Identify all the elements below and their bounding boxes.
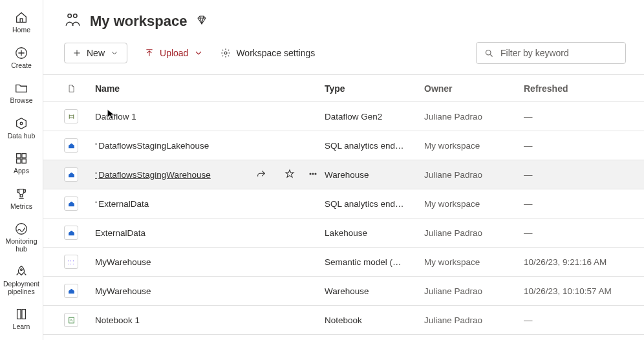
item-owner: Juliane Padrao — [424, 286, 524, 296]
table-row[interactable]: Notebook 1NotebookJuliane Padrao— — [43, 306, 644, 335]
nav-monitoring[interactable]: Monitoring hub — [1, 218, 42, 258]
monitor-icon — [14, 222, 28, 236]
nav-home[interactable]: Home — [1, 6, 42, 39]
item-type-icon — [54, 313, 89, 327]
item-type-icon — [54, 197, 89, 211]
item-type: SQL analytics end… — [325, 141, 424, 151]
item-type-icon — [54, 226, 89, 240]
table-row[interactable]: Dataflow 1Dataflow Gen2Juliane Padrao— — [43, 102, 644, 131]
item-owner: My workspace — [424, 199, 524, 209]
share-icon[interactable] — [256, 169, 266, 179]
nav-metrics[interactable]: Metrics — [1, 183, 42, 216]
chevron-down-icon — [193, 48, 204, 58]
upload-icon — [144, 48, 155, 58]
item-type: Warehouse — [325, 170, 424, 180]
plus-circle-icon — [14, 46, 28, 60]
more-icon[interactable] — [308, 169, 318, 179]
header-refreshed[interactable]: Refreshed — [524, 83, 634, 94]
upload-label: Upload — [160, 48, 188, 58]
workspace-settings-button[interactable]: Workspace settings — [220, 48, 315, 58]
item-name[interactable]: Notebook 1 — [89, 315, 244, 325]
table-row[interactable]: MyWarehouseWarehouseJuliane Padrao10/26/… — [43, 277, 644, 306]
table-row[interactable]: :::MyWarehouseSemantic model (…My worksp… — [43, 248, 644, 277]
item-type: Dataflow Gen2 — [325, 112, 424, 122]
item-name[interactable]: •DataflowsStagingWarehouse — [89, 170, 244, 180]
nav-label: Create — [11, 62, 32, 70]
item-type-icon — [54, 109, 89, 123]
svg-point-20 — [315, 173, 316, 175]
new-button-label: New — [87, 48, 105, 58]
gear-icon — [220, 48, 231, 58]
item-type: Semantic model (… — [325, 257, 424, 267]
item-owner: My workspace — [424, 141, 524, 151]
svg-point-1 — [20, 122, 23, 125]
left-nav: HomeCreateBrowseData hubAppsMetricsMonit… — [0, 0, 43, 340]
item-type: Warehouse — [325, 286, 424, 296]
nav-label: Home — [12, 27, 30, 34]
nav-label: Monitoring hub — [1, 238, 42, 253]
nav-label: Data hub — [8, 133, 36, 140]
header-type[interactable]: Type — [325, 83, 424, 94]
table-row[interactable]: •DataflowsStagingWarehouseWarehouseJulia… — [43, 160, 644, 189]
svg-point-9 — [74, 14, 77, 17]
folder-icon — [14, 81, 28, 95]
search-icon — [484, 48, 494, 58]
rocket-icon — [14, 264, 28, 279]
nav-browse[interactable]: Browse — [1, 77, 42, 110]
item-type-icon — [54, 284, 89, 298]
svg-rect-4 — [17, 159, 21, 163]
svg-rect-2 — [17, 154, 21, 158]
item-name[interactable]: MyWarehouse — [89, 257, 244, 267]
item-owner: My workspace — [424, 257, 524, 267]
item-name[interactable]: •DataflowsStagingLakehouse — [89, 141, 244, 151]
item-name[interactable]: Dataflow 1 — [89, 112, 244, 122]
item-owner: Juliane Padrao — [424, 170, 524, 180]
nav-label: Apps — [14, 167, 29, 175]
upload-button[interactable]: Upload — [144, 48, 204, 58]
item-refreshed: 10/26/23, 10:10:57 AM — [524, 286, 634, 296]
item-name[interactable]: ExternalData — [89, 228, 244, 238]
item-name[interactable]: •ExternalData — [89, 199, 244, 209]
plus-icon — [72, 48, 81, 58]
svg-point-6 — [16, 224, 27, 235]
table-row[interactable]: •ExternalDataSQL analytics end…My worksp… — [43, 189, 644, 218]
nav-create[interactable]: Create — [1, 42, 42, 75]
svg-point-7 — [21, 269, 23, 271]
item-type: Lakehouse — [325, 228, 424, 238]
nav-deploy[interactable]: Deployment pipelines — [1, 260, 42, 301]
nav-datahub[interactable]: Data hub — [1, 112, 42, 145]
item-refreshed: — — [524, 199, 634, 209]
workspace-header: My workspace — [43, 0, 644, 37]
item-type: Notebook — [325, 315, 424, 325]
item-name[interactable]: MyWarehouse — [89, 286, 244, 296]
table-row[interactable]: ExternalDataLakehouseJuliane Padrao— — [43, 218, 644, 248]
item-refreshed: — — [524, 315, 634, 325]
settings-label: Workspace settings — [236, 48, 315, 58]
svg-rect-5 — [22, 159, 26, 163]
nav-learn[interactable]: Learn — [1, 303, 42, 336]
item-refreshed: — — [524, 170, 634, 180]
svg-point-18 — [310, 173, 311, 175]
svg-point-19 — [312, 173, 314, 175]
header-name[interactable]: Name — [89, 83, 244, 94]
header-owner[interactable]: Owner — [424, 83, 524, 94]
home-icon — [14, 10, 28, 25]
nav-apps[interactable]: Apps — [1, 147, 42, 180]
table-row[interactable]: •DataflowsStagingLakehouseSQL analytics … — [43, 131, 644, 160]
main-panel: My workspace New Upload Workspace settin… — [43, 0, 644, 340]
svg-point-10 — [224, 52, 227, 54]
file-icon — [67, 84, 76, 93]
item-type-icon: ::: — [54, 255, 89, 269]
item-owner: Juliane Padrao — [424, 112, 524, 122]
item-type-icon — [54, 167, 89, 182]
item-type-icon — [54, 138, 89, 153]
premium-diamond-icon — [196, 14, 208, 28]
new-button[interactable]: New — [64, 43, 127, 63]
table-header-row: Name Type Owner Refreshed — [43, 75, 644, 102]
item-refreshed: — — [524, 228, 634, 238]
trophy-icon — [14, 187, 28, 201]
search-box[interactable] — [476, 42, 626, 64]
star-icon[interactable] — [284, 169, 295, 179]
search-input[interactable] — [499, 47, 617, 59]
nav-label: Metrics — [10, 203, 32, 211]
